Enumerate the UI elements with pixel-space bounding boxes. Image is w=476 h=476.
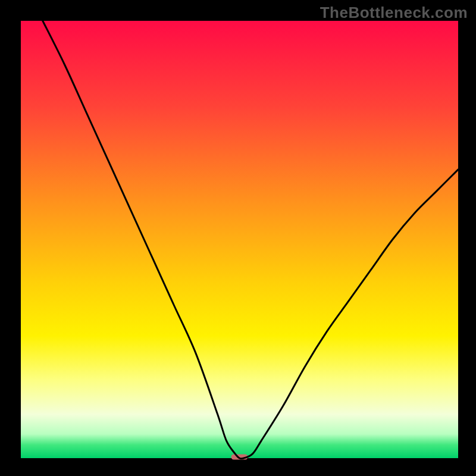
chart-frame: TheBottleneck.com bbox=[0, 0, 476, 476]
bottleneck-chart bbox=[0, 0, 476, 476]
watermark-text: TheBottleneck.com bbox=[320, 4, 468, 22]
